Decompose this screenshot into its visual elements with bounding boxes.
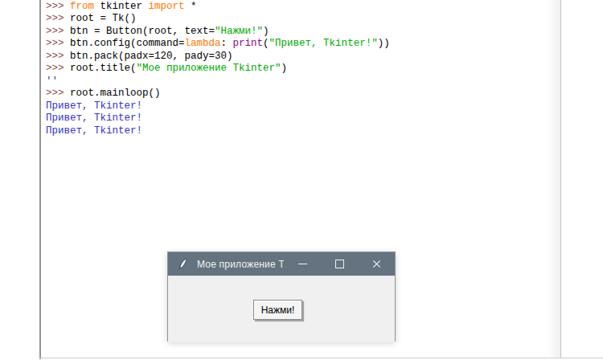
maximize-button[interactable] [321, 252, 358, 276]
shell-line: >>> root = Tk() [46, 13, 390, 25]
nazhmi-button[interactable]: Нажми! [253, 300, 302, 320]
shell-line: >>> root.title("Мое приложение Tkinter") [46, 63, 390, 75]
window-title: Мое приложение Tki... [197, 259, 284, 270]
close-icon [372, 260, 381, 268]
tkinter-titlebar[interactable]: Мое приложение Tki... [168, 252, 395, 276]
shell-left-border [39, 0, 41, 359]
close-button[interactable] [358, 252, 395, 276]
shell-line: Привет, Tkinter! [46, 100, 390, 112]
window-controls [284, 252, 395, 276]
shell-line: Привет, Tkinter! [46, 112, 390, 125]
screen: >>> from tkinter import *>>> root = Tk()… [0, 0, 603, 364]
shell-bottom-border [39, 358, 603, 358]
scrollbar-track[interactable] [548, 0, 561, 358]
shell-line: >>> btn.config(command=lambda: print("Пр… [46, 38, 390, 50]
shell-line: Привет, Tkinter! [46, 125, 390, 137]
shell-line: >>> root.mainloop() [46, 88, 390, 100]
maximize-icon [335, 260, 344, 268]
shell-line: >>> btn = Button(root, text="Нажми!") [46, 26, 390, 38]
shell-line: >>> from tkinter import * [46, 1, 390, 13]
minimize-button[interactable] [284, 252, 321, 276]
tk-feather-icon [177, 258, 189, 270]
shell-line: >>> btn.pack(padx=120, pady=30) [46, 51, 390, 63]
shell-line: '' [46, 76, 390, 88]
tkinter-window: Мое приложение Tki... Нажми! [167, 252, 396, 342]
shell-output[interactable]: >>> from tkinter import *>>> root = Tk()… [46, 1, 390, 137]
tkinter-client-area: Нажми! [168, 276, 395, 342]
minimize-icon [298, 264, 307, 264]
